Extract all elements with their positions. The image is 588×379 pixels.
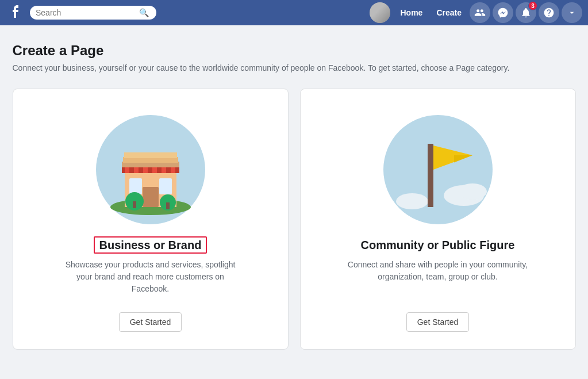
notification-badge: 3 [528, 1, 537, 10]
dropdown-icon-btn[interactable] [562, 2, 582, 23]
community-title: Community or Public Figure [361, 239, 515, 252]
business-brand-desc: Showcase your products and services, spo… [59, 259, 243, 295]
home-link[interactable]: Home [395, 5, 429, 21]
navbar-links: Home Create [395, 5, 468, 21]
business-brand-title: Business or Brand [94, 239, 207, 252]
business-illustration [93, 112, 208, 227]
community-desc: Connect and share with people in your co… [346, 259, 530, 283]
create-link[interactable]: Create [431, 5, 467, 21]
facebook-logo[interactable] [6, 1, 26, 24]
main-content: Create a Page Connect your business, you… [1, 25, 587, 367]
svg-rect-18 [133, 201, 136, 208]
avatar[interactable] [370, 2, 390, 23]
svg-point-23 [458, 183, 487, 200]
business-brand-card[interactable]: Business or Brand Showcase your products… [13, 89, 289, 350]
svg-rect-4 [129, 178, 142, 194]
svg-rect-16 [124, 152, 177, 158]
search-bar[interactable]: 🔍 [30, 6, 156, 20]
community-illustration [381, 112, 495, 227]
svg-rect-6 [143, 187, 159, 207]
help-icon-btn[interactable] [539, 2, 559, 23]
notifications-icon-btn[interactable]: 3 [516, 2, 536, 23]
community-card[interactable]: Community or Public Figure Connect and s… [300, 89, 576, 350]
svg-rect-25 [428, 144, 433, 207]
people-icon-btn[interactable] [470, 2, 490, 23]
messenger-icon-btn[interactable] [493, 2, 513, 23]
svg-point-24 [396, 193, 428, 209]
svg-rect-5 [159, 178, 172, 194]
search-input[interactable] [36, 8, 139, 17]
search-icon: 🔍 [139, 8, 149, 17]
svg-point-21 [383, 115, 493, 224]
svg-rect-20 [166, 202, 170, 209]
cards-row: Business or Brand Showcase your products… [13, 89, 576, 350]
community-get-started-button[interactable]: Get Started [406, 312, 470, 332]
page-subtitle: Connect your business, yourself or your … [13, 63, 576, 72]
business-brand-get-started-button[interactable]: Get Started [119, 312, 182, 332]
page-title: Create a Page [13, 43, 576, 59]
navbar: 🔍 Home Create 3 [0, 0, 588, 25]
